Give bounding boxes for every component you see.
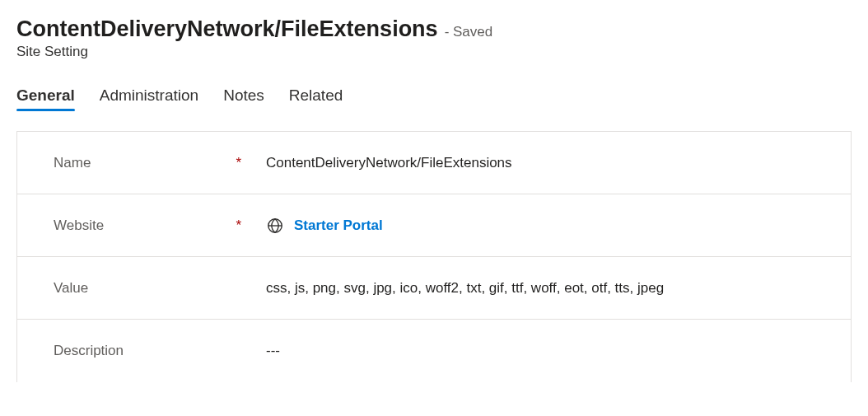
name-value: ContentDeliveryNetwork/FileExtensions — [266, 155, 512, 171]
entity-type-label: Site Setting — [16, 44, 852, 60]
field-label-description: Description — [54, 343, 124, 359]
field-row-name: Name * ContentDeliveryNetwork/FileExtens… — [17, 132, 851, 194]
required-indicator: * — [236, 217, 241, 234]
field-label-value: Value — [54, 280, 88, 297]
save-status-label: - Saved — [445, 24, 493, 40]
title-row: ContentDeliveryNetwork/FileExtensions - … — [16, 16, 852, 42]
name-field[interactable]: ContentDeliveryNetwork/FileExtensions — [266, 155, 851, 171]
value-value: css, js, png, svg, jpg, ico, woff2, txt,… — [266, 280, 664, 297]
tab-administration[interactable]: Administration — [100, 86, 198, 111]
page-title: ContentDeliveryNetwork/FileExtensions — [16, 16, 438, 42]
website-link[interactable]: Starter Portal — [294, 217, 383, 234]
description-field[interactable]: --- — [266, 343, 851, 359]
tab-related[interactable]: Related — [289, 86, 343, 111]
page-header: ContentDeliveryNetwork/FileExtensions - … — [16, 16, 852, 60]
description-value: --- — [266, 343, 280, 359]
field-label-col: Website * — [54, 217, 266, 234]
required-indicator: * — [236, 155, 241, 171]
field-label-col: Value — [54, 280, 266, 297]
value-field[interactable]: css, js, png, svg, jpg, ico, woff2, txt,… — [266, 280, 851, 297]
field-label-name: Name — [54, 155, 91, 171]
globe-icon — [266, 217, 284, 235]
website-field[interactable]: Starter Portal — [266, 217, 851, 235]
field-label-col: Description — [54, 343, 266, 359]
form-area: Name * ContentDeliveryNetwork/FileExtens… — [16, 131, 852, 382]
tab-general[interactable]: General — [16, 86, 75, 111]
tab-list: General Administration Notes Related — [16, 86, 852, 111]
field-label-col: Name * — [54, 155, 266, 171]
field-row-value: Value css, js, png, svg, jpg, ico, woff2… — [17, 257, 851, 320]
tab-notes[interactable]: Notes — [223, 86, 264, 111]
field-row-website: Website * Starter Portal — [17, 194, 851, 257]
field-label-website: Website — [54, 217, 104, 234]
field-row-description: Description --- — [17, 320, 851, 382]
